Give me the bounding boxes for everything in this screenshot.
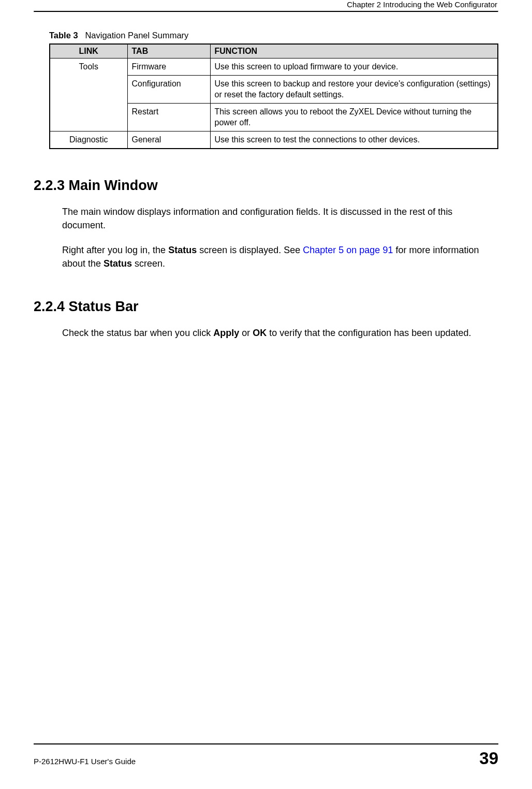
body-paragraph: Right after you log in, the Status scree…	[34, 243, 498, 270]
cell-tab: Firmware	[127, 59, 210, 76]
table-caption-prefix: Table 3	[49, 31, 78, 40]
th-tab: TAB	[127, 44, 210, 59]
bold-text: Apply	[213, 328, 239, 338]
text-fragment: to verify that the configuration has bee…	[267, 328, 471, 338]
table-caption: Table 3 Navigation Panel Summary	[34, 31, 498, 40]
table-row: Diagnostic General Use this screen to te…	[50, 131, 498, 148]
cell-function: Use this screen to backup and restore yo…	[210, 75, 498, 103]
bold-text: OK	[253, 328, 267, 338]
text-fragment: or	[239, 328, 253, 338]
cell-function: Use this screen to test the connections …	[210, 131, 498, 148]
th-function: FUNCTION	[210, 44, 498, 59]
bold-text: Status	[168, 245, 197, 255]
th-link: LINK	[50, 44, 127, 59]
table-row: Tools Firmware Use this screen to upload…	[50, 59, 498, 76]
body-paragraph: Check the status bar when you click Appl…	[34, 326, 498, 340]
table-header-row: LINK TAB FUNCTION	[50, 44, 498, 59]
cell-link: Tools	[50, 59, 127, 132]
text-fragment: Check the status bar when you click	[62, 328, 213, 338]
text-fragment: Right after you log in, the	[62, 245, 168, 255]
cell-tab: Restart	[127, 103, 210, 131]
cell-tab: Configuration	[127, 75, 210, 103]
page-footer: P-2612HWU-F1 User's Guide 39	[34, 743, 498, 768]
cross-reference-link[interactable]: Chapter 5 on page 91	[303, 245, 393, 255]
header-rule	[34, 11, 498, 12]
text-fragment: screen is displayed. See	[197, 245, 303, 255]
footer-page-number: 39	[479, 749, 498, 768]
bold-text: Status	[104, 258, 132, 269]
chapter-header: Chapter 2 Introducing the Web Configurat…	[34, 0, 498, 11]
cell-function: Use this screen to upload firmware to yo…	[210, 59, 498, 76]
cell-tab: General	[127, 131, 210, 148]
section-heading-status-bar: 2.2.4 Status Bar	[34, 299, 498, 315]
cell-link: Diagnostic	[50, 131, 127, 148]
section-heading-main-window: 2.2.3 Main Window	[34, 178, 498, 194]
footer-guide-name: P-2612HWU-F1 User's Guide	[34, 757, 136, 766]
table-caption-text: Navigation Panel Summary	[85, 31, 188, 40]
navigation-panel-table: LINK TAB FUNCTION Tools Firmware Use thi…	[49, 43, 498, 149]
body-paragraph: The main window displays information and…	[34, 205, 498, 232]
cell-function: This screen allows you to reboot the ZyX…	[210, 103, 498, 131]
text-fragment: screen.	[132, 258, 165, 269]
